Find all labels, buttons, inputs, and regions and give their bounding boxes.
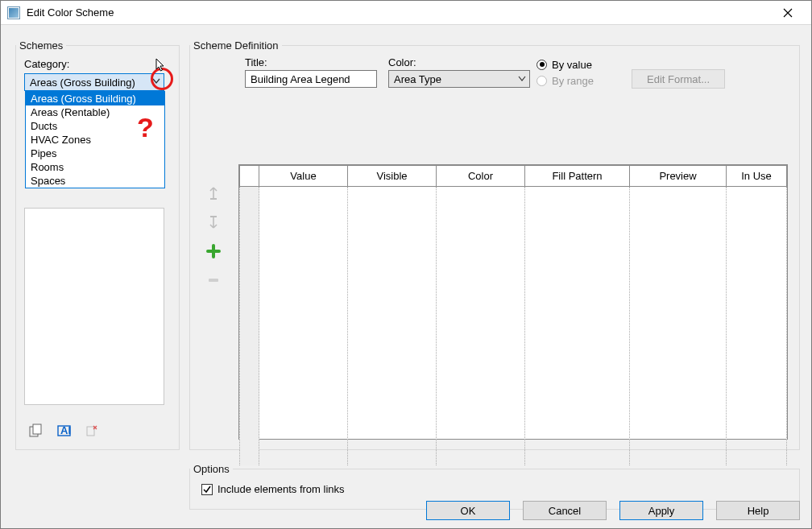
ok-button[interactable]: OK [426,501,510,520]
duplicate-scheme-button[interactable] [27,422,47,440]
dialog-window: Edit Color Scheme Schemes Category: Area… [0,0,812,529]
category-dropdown: Areas (Gross Building) Areas (Rentable) … [25,91,165,188]
title-input[interactable] [245,70,377,88]
dialog-content: Schemes Category: Areas (Gross Building)… [1,25,811,528]
svg-rect-1 [33,424,41,434]
dropdown-option[interactable]: Areas (Gross Building) [26,92,164,105]
svg-rect-4 [87,427,94,436]
color-label: Color: [388,56,533,68]
by-range-label: By range [552,75,594,87]
cancel-button[interactable]: Cancel [523,501,607,520]
include-links-checkbox[interactable]: Include elements from links [190,475,799,503]
radio-icon [536,60,547,70]
col-header[interactable]: In Use [727,166,787,187]
col-header[interactable]: Visible [348,166,437,187]
svg-text:AI: AI [60,424,71,436]
definition-group: Scheme Definition Title: Color: Area Typ… [189,39,800,450]
dialog-buttons: OK Cancel Apply Help [426,501,800,520]
row-toolbar [205,184,222,289]
svg-rect-7 [209,279,218,282]
plus-icon [206,244,221,258]
col-header[interactable]: Value [259,166,348,187]
add-row-button[interactable] [205,242,222,260]
color-select[interactable]: Area Type [388,70,530,88]
arrow-up-icon [207,186,220,200]
dropdown-option[interactable]: Ducts [26,119,164,133]
schemes-legend: Schemes [16,39,66,52]
col-header[interactable]: Preview [630,166,727,187]
dropdown-option[interactable]: Spaces [26,174,164,188]
schemes-listbox[interactable] [24,208,164,405]
edit-format-button: Edit Format... [632,69,725,89]
help-button[interactable]: Help [716,501,800,520]
include-links-label: Include elements from links [218,483,345,495]
move-down-button[interactable] [205,213,222,231]
category-combo[interactable]: Areas (Gross Building) Areas (Gross Buil… [24,73,164,91]
row-selector-header [240,166,259,187]
schemes-group: Schemes Category: Areas (Gross Building)… [15,39,180,450]
dropdown-option[interactable]: Areas (Rentable) [26,105,164,119]
radio-icon [536,76,547,86]
options-legend: Options [190,463,233,475]
dropdown-option[interactable]: Rooms [26,160,164,174]
move-up-button[interactable] [205,184,222,202]
title-label: Title: [245,56,388,68]
category-value: Areas (Gross Building) [30,76,135,89]
svg-rect-5 [210,198,217,200]
category-label: Category: [24,58,171,70]
chevron-down-icon [152,78,160,85]
app-icon [7,6,20,19]
delete-icon [85,424,99,438]
definition-legend: Scheme Definition [190,39,282,52]
duplicate-icon [29,424,45,438]
color-value: Area Type [394,73,441,85]
checkbox-icon [201,484,213,495]
scheme-table[interactable]: Value Visible Color Fill Pattern Preview… [238,164,788,440]
minus-icon [206,273,221,287]
titlebar: Edit Color Scheme [1,1,811,25]
close-button[interactable] [771,3,805,23]
col-header[interactable]: Color [437,166,525,187]
by-value-radio[interactable]: By value [536,57,625,72]
chevron-down-icon [518,76,526,82]
col-header[interactable]: Fill Pattern [525,166,630,187]
dropdown-option[interactable]: HVAC Zones [26,133,164,147]
dropdown-option[interactable]: Pipes [26,147,164,160]
remove-row-button[interactable] [205,271,222,289]
svg-rect-6 [210,216,217,217]
delete-scheme-button[interactable] [82,422,102,440]
rename-icon: AI [56,424,72,438]
rename-scheme-button[interactable]: AI [55,422,74,440]
apply-button[interactable]: Apply [619,501,703,520]
by-value-label: By value [552,59,592,71]
window-title: Edit Color Scheme [27,6,771,19]
close-icon [783,8,793,18]
arrow-down-icon [207,215,220,229]
by-range-radio: By range [536,73,625,88]
